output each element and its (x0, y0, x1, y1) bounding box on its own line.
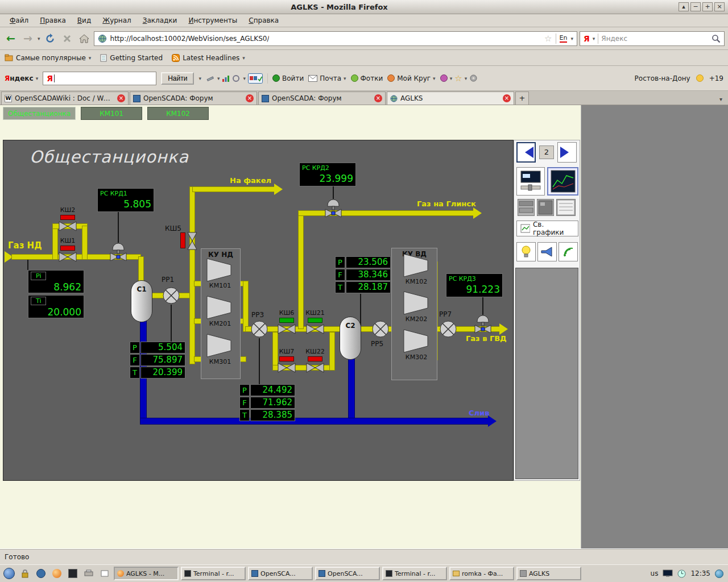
bookmark-most-popular[interactable]: Самые популярные ▾ (5, 54, 91, 62)
task-openscada-2[interactable]: OpenSCA... (315, 567, 380, 580)
tab-openscada-forum-2[interactable]: OpenSCADA: Форум × (258, 92, 386, 105)
maximize-button[interactable]: + (702, 2, 713, 11)
tab-close-icon[interactable]: × (117, 94, 125, 102)
menu-history[interactable]: Журнал (97, 15, 136, 26)
valve-ksh21[interactable]: КШ21 (306, 309, 324, 334)
menu-help[interactable]: Справка (243, 15, 284, 26)
reload-button[interactable] (43, 31, 57, 46)
yandex-brand-menu[interactable]: Яндекс ▾ (5, 74, 38, 82)
find-dropdown-icon[interactable]: ▾ (198, 76, 201, 81)
quick-search-box[interactable]: Я ▾ Яндекс (580, 31, 725, 46)
compressor-km201-icon[interactable] (206, 295, 232, 320)
back-button[interactable]: ← (3, 31, 18, 46)
tab-aglks[interactable]: AGLKS × (387, 92, 514, 105)
weather-city[interactable]: Ростов-на-Дону (635, 74, 690, 82)
valve-ksh6[interactable]: КШ6 (278, 309, 296, 334)
lock-icon[interactable] (18, 567, 32, 580)
task-openscada-1[interactable]: OpenSCA... (248, 567, 313, 580)
prev-page-button[interactable] (516, 142, 536, 163)
compressor-km101-icon[interactable] (206, 257, 232, 282)
page-tab-km102[interactable]: КМ102 (147, 107, 209, 120)
horn-button[interactable] (537, 242, 557, 261)
task-terminal-2[interactable]: Terminal - r... (382, 567, 447, 580)
regulator-rr5-icon[interactable] (371, 320, 390, 338)
panel-thumb-3[interactable] (556, 199, 576, 216)
yandex-photos[interactable]: Фотки (351, 74, 383, 82)
tab-openscada-forum-1[interactable]: OpenSCADA: Форум × (130, 92, 257, 105)
tray-app-icon[interactable] (715, 569, 723, 578)
control-valve-krd2[interactable] (322, 198, 345, 217)
list-all-tabs-icon[interactable]: ▾ (719, 96, 727, 105)
browser-icon[interactable] (50, 567, 64, 580)
valve-ksh1[interactable]: КШ1 (59, 237, 77, 262)
compressor-km102-icon[interactable] (403, 253, 429, 278)
bookmark-getting-started[interactable]: Getting Started (100, 54, 163, 62)
minimize-button[interactable]: − (690, 2, 701, 11)
stop-button[interactable] (60, 31, 75, 46)
printer-icon[interactable] (82, 567, 96, 580)
close-button[interactable]: × (714, 2, 725, 11)
sound-button[interactable] (559, 242, 578, 261)
keyboard-layout-indicator[interactable]: us (651, 569, 659, 577)
battery-tray-icon[interactable] (677, 569, 686, 578)
new-tab-button[interactable]: + (515, 92, 529, 105)
regulator-rr7-icon[interactable] (439, 320, 457, 338)
page-tab-station[interactable]: Общестанционка (3, 107, 76, 120)
menu-view[interactable]: Вид (72, 15, 96, 26)
start-menu-icon[interactable] (2, 567, 16, 580)
search-input[interactable]: Яндекс (601, 35, 709, 43)
menu-bookmarks[interactable]: Закладки (138, 15, 183, 26)
control-valve-krd1[interactable] (107, 242, 130, 261)
display-tray-icon[interactable] (663, 569, 673, 577)
clock[interactable]: 12:35 (690, 569, 710, 577)
tab-close-icon[interactable]: × (246, 94, 254, 102)
show-desktop-icon[interactable] (98, 567, 111, 580)
regulator-rr1-icon[interactable] (162, 286, 180, 305)
bookmark-latest-headlines[interactable]: Latest Headlines ▾ (172, 54, 245, 62)
next-page-button[interactable] (557, 142, 577, 163)
forward-button[interactable]: → (20, 31, 35, 46)
lamp-button[interactable] (516, 242, 536, 261)
valve-ksh2[interactable]: КШ2 (59, 206, 77, 231)
instrument-view-button[interactable] (516, 167, 545, 196)
search-engine-logo[interactable]: Я (584, 34, 590, 43)
task-aglks[interactable]: AGLKS (516, 567, 581, 580)
valve-ksh5[interactable] (187, 232, 197, 250)
page-tab-km101[interactable]: КМ101 (81, 107, 142, 120)
graphics-view-button[interactable] (547, 167, 578, 196)
yandex-query-input[interactable]: Я (43, 72, 156, 85)
search-icon[interactable] (712, 34, 721, 43)
valve-ksh7[interactable]: КШ7 (278, 348, 296, 373)
task-file-manager[interactable]: romka - Фа... (449, 567, 514, 580)
engine-dropdown-icon[interactable]: ▾ (593, 36, 595, 41)
menu-edit[interactable]: Правка (35, 15, 71, 26)
separator-c1[interactable]: С1 (131, 280, 152, 322)
panel-thumb-1[interactable] (518, 199, 535, 216)
menu-tools[interactable]: Инструменты (183, 15, 242, 26)
valve-ksh22[interactable]: КШ22 (306, 348, 324, 373)
bluetooth-icon[interactable] (34, 567, 48, 580)
compressor-km202-icon[interactable] (403, 290, 429, 315)
separator-c2[interactable]: С2 (340, 317, 361, 360)
bookmark-star-icon[interactable]: ☆ (544, 34, 552, 44)
panel-thumb-2[interactable] (537, 199, 554, 216)
yandex-mail[interactable]: Почта ▾ (308, 74, 346, 82)
yandex-login[interactable]: Войти (272, 74, 304, 82)
free-graphs-button[interactable]: Св. графики (516, 221, 578, 236)
tab-close-icon[interactable]: × (503, 94, 511, 102)
tab-openscadawiki[interactable]: W OpenSCADAWiki : Doc / Web... × (1, 92, 129, 105)
url-bar[interactable]: http://localhost:10002/WebVision/ses_AGL… (94, 31, 577, 46)
compressor-km301-icon[interactable] (206, 333, 232, 358)
history-dropdown-icon[interactable]: ▾ (38, 36, 40, 41)
page-language-indicator[interactable]: En (560, 34, 568, 43)
control-valve-krd3[interactable] (471, 314, 494, 333)
task-aglks-firefox[interactable]: AGLKS - M... (114, 567, 179, 580)
toolbar-extras[interactable]: ▾ ▾ (206, 73, 263, 84)
yandex-more[interactable]: ▾ ☆ ▾ (440, 73, 478, 84)
find-button[interactable]: Найти (161, 72, 194, 85)
menu-file[interactable]: Файл (5, 15, 34, 26)
regulator-rr3-icon[interactable] (250, 320, 268, 338)
terminal-icon[interactable] (66, 567, 80, 580)
task-terminal-1[interactable]: Terminal - r... (181, 567, 246, 580)
language-dropdown-icon[interactable]: ▾ (570, 36, 573, 41)
